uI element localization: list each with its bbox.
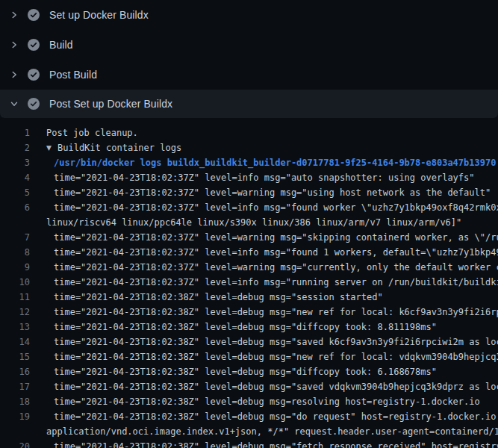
command-text: /usr/bin/docker logs buildx_buildkit_bui… bbox=[54, 155, 496, 170]
log-text: time="2021-04-23T18:02:38Z" level=debug … bbox=[54, 290, 383, 305]
log-text: time="2021-04-23T18:02:37Z" level=info m… bbox=[54, 245, 498, 260]
log-text: time="2021-04-23T18:02:37Z" level=warnin… bbox=[54, 230, 498, 245]
line-number[interactable]: 20 bbox=[0, 439, 30, 448]
log-text: time="2021-04-23T18:02:38Z" level=debug … bbox=[54, 439, 498, 448]
step-header-set-up-docker-buildx[interactable]: Set up Docker Buildx bbox=[0, 0, 498, 30]
log-text: linux/riscv64 linux/ppc64le linux/s390x … bbox=[46, 215, 461, 230]
log-text: time="2021-04-23T18:02:38Z" level=debug … bbox=[54, 305, 498, 320]
log-line: 15time="2021-04-23T18:02:38Z" level=debu… bbox=[0, 349, 498, 364]
line-number[interactable]: 2 bbox=[0, 140, 30, 155]
step-label: Set up Docker Buildx bbox=[49, 9, 149, 21]
log-text: time="2021-04-23T18:02:38Z" level=debug … bbox=[54, 409, 498, 424]
step-header-post-set-up-docker-buildx[interactable]: Post Set up Docker Buildx bbox=[0, 90, 498, 118]
step-success-check-icon bbox=[28, 39, 40, 51]
line-number[interactable]: 8 bbox=[0, 245, 30, 260]
log-line: 16time="2021-04-23T18:02:38Z" level=debu… bbox=[0, 364, 498, 379]
log-line: 1Post job cleanup. bbox=[0, 125, 498, 140]
log-text: time="2021-04-23T18:02:37Z" level=warnin… bbox=[54, 185, 491, 200]
log-line: 7time="2021-04-23T18:02:37Z" level=warni… bbox=[0, 230, 498, 245]
log-text: application/vnd.oci.image.index.v1+json,… bbox=[46, 424, 498, 439]
log-text: time="2021-04-23T18:02:37Z" level=warnin… bbox=[54, 260, 498, 275]
line-number[interactable]: 1 bbox=[0, 125, 30, 140]
line-number[interactable]: 4 bbox=[0, 170, 30, 185]
chevron-right-icon[interactable] bbox=[9, 10, 19, 20]
log-area: 1Post job cleanup.2▼BuildKit container l… bbox=[0, 118, 498, 448]
log-line: 9time="2021-04-23T18:02:37Z" level=warni… bbox=[0, 260, 498, 275]
line-number[interactable]: 16 bbox=[0, 364, 30, 379]
log-line: 10time="2021-04-23T18:02:37Z" level=info… bbox=[0, 275, 498, 290]
line-number bbox=[0, 424, 30, 439]
log-text: time="2021-04-23T18:02:38Z" level=debug … bbox=[54, 394, 480, 409]
log-text: time="2021-04-23T18:02:38Z" level=debug … bbox=[54, 364, 437, 379]
log-text: time="2021-04-23T18:02:37Z" level=info m… bbox=[54, 170, 475, 185]
chevron-down-icon[interactable] bbox=[9, 99, 19, 109]
group-caret-icon[interactable]: ▼ bbox=[46, 140, 57, 155]
step-success-check-icon bbox=[28, 9, 40, 21]
step-success-check-icon bbox=[28, 69, 40, 81]
log-line: 12time="2021-04-23T18:02:38Z" level=debu… bbox=[0, 305, 498, 320]
line-number[interactable]: 18 bbox=[0, 394, 30, 409]
log-text: time="2021-04-23T18:02:37Z" level=info m… bbox=[54, 275, 498, 290]
line-number[interactable]: 13 bbox=[0, 320, 30, 335]
line-number[interactable]: 6 bbox=[0, 200, 30, 215]
log-line: application/vnd.oci.image.index.v1+json,… bbox=[0, 424, 498, 439]
log-line: 19time="2021-04-23T18:02:38Z" level=debu… bbox=[0, 409, 498, 424]
step-label: Build bbox=[49, 39, 73, 51]
line-number[interactable]: 5 bbox=[0, 185, 30, 200]
step-header-post-build[interactable]: Post Build bbox=[0, 60, 498, 90]
log-text: time="2021-04-23T18:02:38Z" level=debug … bbox=[54, 320, 437, 335]
step-header-build[interactable]: Build bbox=[0, 30, 498, 60]
log-line: 8time="2021-04-23T18:02:37Z" level=info … bbox=[0, 245, 498, 260]
line-number bbox=[0, 215, 30, 230]
line-number[interactable]: 9 bbox=[0, 260, 30, 275]
chevron-right-icon[interactable] bbox=[9, 40, 19, 50]
log-text: time="2021-04-23T18:02:38Z" level=debug … bbox=[54, 349, 498, 364]
log-text: BuildKit container logs bbox=[57, 140, 181, 155]
log-line: 20time="2021-04-23T18:02:38Z" level=debu… bbox=[0, 439, 498, 448]
log-line: linux/riscv64 linux/ppc64le linux/s390x … bbox=[0, 215, 498, 230]
log-line: 14time="2021-04-23T18:02:38Z" level=debu… bbox=[0, 335, 498, 349]
actions-log-panel: Set up Docker BuildxBuildPost BuildPost … bbox=[0, 0, 498, 448]
line-number[interactable]: 15 bbox=[0, 349, 30, 364]
line-number[interactable]: 3 bbox=[0, 155, 30, 170]
log-text: time="2021-04-23T18:02:38Z" level=debug … bbox=[54, 379, 498, 394]
log-text: time="2021-04-23T18:02:37Z" level=info m… bbox=[54, 200, 498, 215]
line-number[interactable]: 11 bbox=[0, 290, 30, 305]
line-number[interactable]: 17 bbox=[0, 379, 30, 394]
log-text: Post job cleanup. bbox=[46, 125, 138, 140]
line-number[interactable]: 10 bbox=[0, 275, 30, 290]
log-line: 3/usr/bin/docker logs buildx_buildkit_bu… bbox=[0, 155, 498, 170]
step-label: Post Set up Docker Buildx bbox=[49, 98, 172, 110]
log-line: 5time="2021-04-23T18:02:37Z" level=warni… bbox=[0, 185, 498, 200]
log-line: 18time="2021-04-23T18:02:38Z" level=debu… bbox=[0, 394, 498, 409]
log-text: time="2021-04-23T18:02:38Z" level=debug … bbox=[54, 335, 498, 349]
log-line: 11time="2021-04-23T18:02:38Z" level=debu… bbox=[0, 290, 498, 305]
log-line: 2▼BuildKit container logs bbox=[0, 140, 498, 155]
line-number[interactable]: 12 bbox=[0, 305, 30, 320]
log-line: 17time="2021-04-23T18:02:38Z" level=debu… bbox=[0, 379, 498, 394]
log-line: 4time="2021-04-23T18:02:37Z" level=info … bbox=[0, 170, 498, 185]
step-label: Post Build bbox=[49, 69, 97, 81]
log-line: 6time="2021-04-23T18:02:37Z" level=info … bbox=[0, 200, 498, 215]
step-success-check-icon bbox=[28, 98, 40, 110]
log-line: 13time="2021-04-23T18:02:38Z" level=debu… bbox=[0, 320, 498, 335]
line-number[interactable]: 7 bbox=[0, 230, 30, 245]
chevron-right-icon[interactable] bbox=[9, 69, 19, 80]
line-number[interactable]: 19 bbox=[0, 409, 30, 424]
line-number[interactable]: 14 bbox=[0, 335, 30, 349]
steps-list: Set up Docker BuildxBuildPost BuildPost … bbox=[0, 0, 498, 118]
